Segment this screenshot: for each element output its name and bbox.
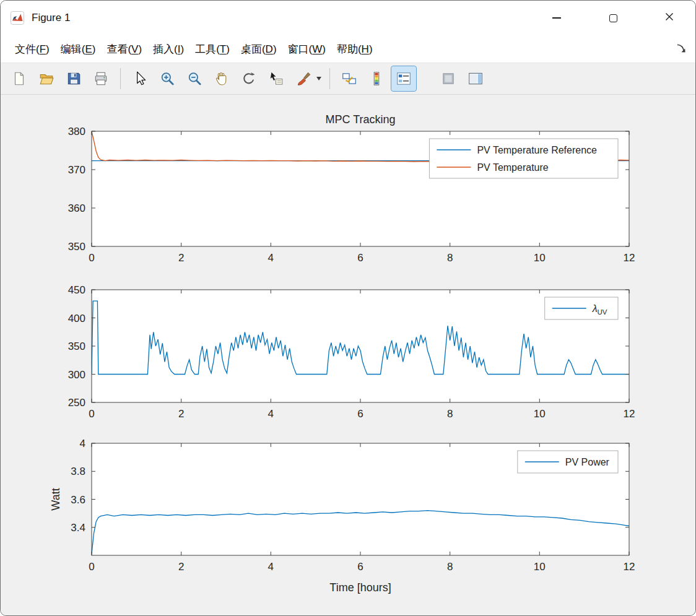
- svg-text:3.8: 3.8: [71, 466, 85, 477]
- toolbar-separator: [329, 68, 330, 89]
- show-plot-tools-button[interactable]: [463, 66, 488, 91]
- brush-button[interactable]: [291, 66, 316, 91]
- save-figure-icon: [66, 71, 82, 87]
- y-axis-label: Watt: [50, 488, 62, 510]
- legend[interactable]: PV Temperature ReferencePV Temperature: [429, 139, 618, 178]
- link-plot-button[interactable]: [337, 66, 362, 91]
- print-figure-button[interactable]: [89, 66, 113, 91]
- minimize-icon: [552, 17, 561, 19]
- legend-label: PV Temperature: [477, 162, 548, 173]
- show-plot-tools-icon: [468, 71, 484, 87]
- menu-insert[interactable]: 插入(I): [147, 38, 189, 60]
- menu-view[interactable]: 查看(V): [101, 38, 147, 60]
- window-controls: [543, 1, 683, 35]
- subplot-lambda-uv: 024681012250300350400450λUV: [68, 284, 635, 420]
- svg-text:12: 12: [624, 252, 635, 264]
- zoom-out-button[interactable]: [182, 66, 207, 91]
- dock-figure-icon[interactable]: [676, 43, 687, 57]
- svg-text:3.4: 3.4: [71, 522, 85, 534]
- svg-text:8: 8: [447, 561, 453, 573]
- charts-svg: 024681012350360370380MPC TrackingPV Temp…: [1, 95, 695, 615]
- zoom-in-icon: [159, 71, 175, 87]
- new-figure-button[interactable]: [7, 66, 32, 91]
- insert-legend-icon: [396, 71, 412, 87]
- svg-text:300: 300: [68, 369, 85, 381]
- rotate-3d-icon: [241, 71, 257, 87]
- minimize-button[interactable]: [543, 5, 570, 31]
- svg-text:4: 4: [80, 438, 85, 449]
- window-title: Figure 1: [32, 12, 70, 24]
- svg-text:10: 10: [534, 252, 546, 264]
- maximize-button[interactable]: [599, 5, 627, 31]
- svg-text:2: 2: [178, 561, 184, 573]
- svg-text:360: 360: [68, 202, 85, 214]
- menu-help[interactable]: 帮助(H): [331, 38, 378, 60]
- toolbar: [1, 63, 695, 95]
- svg-text:370: 370: [68, 164, 85, 176]
- legend-label: PV Temperature Reference: [477, 145, 597, 155]
- chart-title: MPC Tracking: [325, 113, 395, 126]
- svg-text:6: 6: [357, 408, 363, 420]
- insert-colorbar-icon: [368, 71, 385, 87]
- matlab-figure-icon: [11, 11, 25, 25]
- svg-text:12: 12: [624, 408, 635, 420]
- svg-text:4: 4: [268, 252, 274, 264]
- menu-tools[interactable]: 工具(T): [189, 38, 235, 60]
- figure-canvas: 024681012350360370380MPC TrackingPV Temp…: [1, 95, 695, 615]
- subplot-pv-power: 0246810123.43.63.84Time [hours]WattPV Po…: [50, 438, 635, 594]
- data-cursor-button[interactable]: [264, 66, 289, 91]
- link-plot-icon: [341, 71, 357, 87]
- x-axis-label: Time [hours]: [329, 581, 391, 594]
- insert-legend-button[interactable]: [391, 66, 416, 91]
- svg-text:450: 450: [68, 284, 85, 296]
- brush-dropdown-caret[interactable]: [316, 77, 321, 80]
- edit-plot-icon: [132, 71, 148, 87]
- insert-colorbar-button[interactable]: [364, 66, 389, 91]
- svg-text:10: 10: [534, 561, 546, 573]
- legend[interactable]: λUV: [545, 297, 618, 319]
- svg-text:2: 2: [178, 408, 184, 420]
- brush-icon: [295, 71, 311, 87]
- menu-edit[interactable]: 编辑(E): [55, 38, 102, 60]
- legend[interactable]: PV Power: [518, 451, 618, 473]
- menu-file[interactable]: 文件(F): [9, 38, 55, 60]
- rotate-3d-button[interactable]: [237, 66, 261, 91]
- x-tick-labels: 024681012: [89, 561, 635, 573]
- svg-text:0: 0: [89, 408, 94, 420]
- pan-button[interactable]: [209, 66, 234, 91]
- figure-window: Figure 1 文件(F)编辑(E)查看(V)插入(I)工具(T)桌面(D)窗…: [0, 0, 696, 616]
- zoom-in-button[interactable]: [155, 66, 180, 91]
- svg-text:6: 6: [357, 561, 363, 573]
- titlebar: Figure 1: [1, 1, 695, 35]
- menubar: 文件(F)编辑(E)查看(V)插入(I)工具(T)桌面(D)窗口(W)帮助(H): [1, 35, 695, 63]
- svg-text:8: 8: [447, 408, 453, 420]
- svg-text:6: 6: [357, 252, 363, 264]
- print-figure-icon: [93, 71, 109, 87]
- svg-text:400: 400: [68, 313, 85, 324]
- toolbar-separator: [120, 68, 121, 89]
- svg-text:12: 12: [624, 561, 635, 573]
- hide-plot-tools-button[interactable]: [436, 66, 461, 91]
- svg-text:380: 380: [68, 126, 85, 137]
- save-figure-button[interactable]: [61, 66, 86, 91]
- maximize-icon: [609, 14, 617, 22]
- data-cursor-icon: [268, 71, 284, 87]
- menu-window[interactable]: 窗口(W): [282, 38, 331, 60]
- y-tick-labels: 250300350400450: [68, 284, 85, 409]
- x-tick-labels: 024681012: [89, 408, 635, 420]
- menu-desktop[interactable]: 桌面(D): [235, 38, 282, 60]
- y-tick-labels: 350360370380: [68, 126, 85, 253]
- edit-plot-button[interactable]: [128, 66, 152, 91]
- close-button[interactable]: [656, 5, 683, 31]
- svg-text:0: 0: [89, 252, 94, 264]
- svg-text:3.6: 3.6: [71, 494, 85, 506]
- new-figure-icon: [11, 71, 27, 87]
- zoom-out-icon: [186, 71, 202, 87]
- svg-text:4: 4: [268, 561, 274, 573]
- svg-text:250: 250: [68, 397, 85, 409]
- svg-text:2: 2: [178, 252, 184, 264]
- svg-text:4: 4: [268, 408, 274, 420]
- open-file-button[interactable]: [34, 66, 59, 91]
- svg-text:350: 350: [68, 241, 85, 253]
- close-icon: [664, 12, 674, 24]
